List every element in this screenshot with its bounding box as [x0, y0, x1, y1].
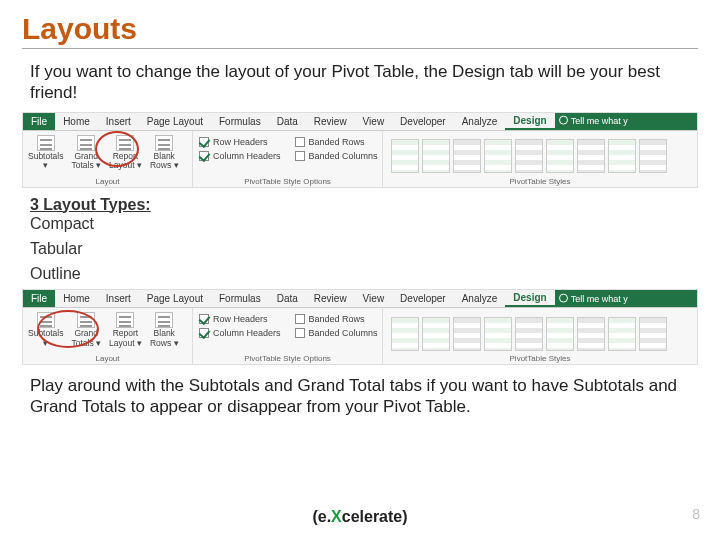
- pivot-style-swatch[interactable]: [546, 139, 574, 173]
- tab-home[interactable]: Home: [55, 290, 98, 307]
- report-layout-button[interactable]: Report Layout ▾: [108, 310, 143, 349]
- grand-totals-label-2: Totals ▾: [71, 161, 101, 170]
- tab-page-layout[interactable]: Page Layout: [139, 290, 211, 307]
- slide-title: Layouts: [22, 12, 698, 49]
- report-layout-icon: [116, 135, 134, 151]
- banded-rows-checkbox[interactable]: Banded Rows: [295, 314, 378, 324]
- pivot-style-swatch[interactable]: [453, 139, 481, 173]
- tab-file[interactable]: File: [23, 290, 55, 307]
- ribbon-group-styles: PivotTable Styles: [383, 131, 697, 187]
- subtotals-label: Subtotals: [28, 329, 63, 338]
- styles-group-label: PivotTable Styles: [387, 176, 693, 187]
- pivot-style-swatch[interactable]: [608, 139, 636, 173]
- pivot-style-swatch[interactable]: [422, 317, 450, 351]
- pivot-style-swatch[interactable]: [546, 317, 574, 351]
- report-layout-label-1: Report: [113, 329, 139, 338]
- intro-text: If you want to change the layout of your…: [30, 61, 690, 104]
- report-layout-button[interactable]: Report Layout ▾: [108, 133, 143, 172]
- pivot-style-swatch[interactable]: [422, 139, 450, 173]
- tab-review[interactable]: Review: [306, 113, 355, 130]
- style-options-group-label: PivotTable Style Options: [197, 176, 378, 187]
- row-headers-checkbox[interactable]: Row Headers: [199, 314, 281, 324]
- checkbox-icon: [199, 137, 209, 147]
- checkbox-icon: [295, 137, 305, 147]
- banded-columns-checkbox[interactable]: Banded Columns: [295, 151, 378, 161]
- blank-rows-button[interactable]: Blank Rows ▾: [149, 133, 180, 172]
- ribbon-group-layout: Subtotals ▾ Grand Totals ▾ Report Layout…: [23, 308, 193, 364]
- pivot-style-swatch[interactable]: [608, 317, 636, 351]
- tab-insert[interactable]: Insert: [98, 290, 139, 307]
- blank-rows-label-1: Blank: [154, 329, 175, 338]
- tab-developer[interactable]: Developer: [392, 290, 454, 307]
- tab-data[interactable]: Data: [269, 290, 306, 307]
- blank-rows-button[interactable]: Blank Rows ▾: [149, 310, 180, 349]
- report-layout-label-1: Report: [113, 152, 139, 161]
- pivot-style-swatch[interactable]: [484, 317, 512, 351]
- column-headers-label: Column Headers: [213, 328, 281, 338]
- row-headers-checkbox[interactable]: Row Headers: [199, 137, 281, 147]
- pivot-style-swatch[interactable]: [453, 317, 481, 351]
- pivot-style-swatch[interactable]: [577, 139, 605, 173]
- tab-insert[interactable]: Insert: [98, 113, 139, 130]
- subtotals-button[interactable]: Subtotals ▾: [27, 133, 64, 172]
- tab-view[interactable]: View: [355, 113, 393, 130]
- tab-data[interactable]: Data: [269, 113, 306, 130]
- tab-review[interactable]: Review: [306, 290, 355, 307]
- layout-type-item: Outline: [30, 264, 698, 283]
- ribbon-tabs: File Home Insert Page Layout Formulas Da…: [23, 290, 697, 308]
- column-headers-checkbox[interactable]: Column Headers: [199, 328, 281, 338]
- blank-rows-label-2: Rows ▾: [150, 161, 179, 170]
- grand-totals-label-1: Grand: [74, 152, 98, 161]
- dropdown-icon: ▾: [43, 339, 48, 348]
- tab-developer[interactable]: Developer: [392, 113, 454, 130]
- brand-post: celerate): [342, 508, 408, 525]
- page-number: 8: [692, 506, 700, 522]
- pivot-style-swatch[interactable]: [639, 317, 667, 351]
- tab-analyze[interactable]: Analyze: [454, 290, 506, 307]
- banded-columns-checkbox[interactable]: Banded Columns: [295, 328, 378, 338]
- tab-home[interactable]: Home: [55, 113, 98, 130]
- subtotals-icon: [37, 135, 55, 151]
- grand-totals-icon: [77, 312, 95, 328]
- layout-group-label: Layout: [27, 353, 188, 364]
- ribbon-group-styles: PivotTable Styles: [383, 308, 697, 364]
- tab-formulas[interactable]: Formulas: [211, 290, 269, 307]
- blank-rows-label-1: Blank: [154, 152, 175, 161]
- pivot-style-swatch[interactable]: [391, 139, 419, 173]
- tab-page-layout[interactable]: Page Layout: [139, 113, 211, 130]
- pivot-style-swatch[interactable]: [577, 317, 605, 351]
- tab-design[interactable]: Design: [505, 290, 554, 307]
- subtotals-button[interactable]: Subtotals ▾: [27, 310, 64, 349]
- report-layout-label-2: Layout ▾: [109, 339, 142, 348]
- tab-view[interactable]: View: [355, 290, 393, 307]
- ribbon-screenshot-1: File Home Insert Page Layout Formulas Da…: [22, 112, 698, 188]
- grand-totals-button[interactable]: Grand Totals ▾: [70, 133, 102, 172]
- banded-rows-checkbox[interactable]: Banded Rows: [295, 137, 378, 147]
- pivot-style-swatch[interactable]: [484, 139, 512, 173]
- column-headers-checkbox[interactable]: Column Headers: [199, 151, 281, 161]
- pivot-style-swatch[interactable]: [515, 139, 543, 173]
- report-layout-label-2: Layout ▾: [109, 161, 142, 170]
- pivot-style-swatch[interactable]: [515, 317, 543, 351]
- tell-me-search[interactable]: Tell me what y: [555, 290, 697, 307]
- banded-rows-label: Banded Rows: [309, 314, 365, 324]
- ribbon-screenshot-2: File Home Insert Page Layout Formulas Da…: [22, 289, 698, 365]
- pivot-style-swatch[interactable]: [391, 317, 419, 351]
- tab-file[interactable]: File: [23, 113, 55, 130]
- layout-group-label: Layout: [27, 176, 188, 187]
- blank-rows-label-2: Rows ▾: [150, 339, 179, 348]
- tab-analyze[interactable]: Analyze: [454, 113, 506, 130]
- pivot-style-swatch[interactable]: [639, 139, 667, 173]
- banded-columns-label: Banded Columns: [309, 328, 378, 338]
- banded-rows-label: Banded Rows: [309, 137, 365, 147]
- row-headers-label: Row Headers: [213, 137, 268, 147]
- banded-columns-label: Banded Columns: [309, 151, 378, 161]
- checkbox-icon: [199, 151, 209, 161]
- grand-totals-label-1: Grand: [74, 329, 98, 338]
- brand-x: X: [331, 508, 342, 525]
- tab-design[interactable]: Design: [505, 113, 554, 130]
- checkbox-icon: [295, 151, 305, 161]
- tab-formulas[interactable]: Formulas: [211, 113, 269, 130]
- grand-totals-button[interactable]: Grand Totals ▾: [70, 310, 102, 349]
- tell-me-search[interactable]: Tell me what y: [555, 113, 697, 130]
